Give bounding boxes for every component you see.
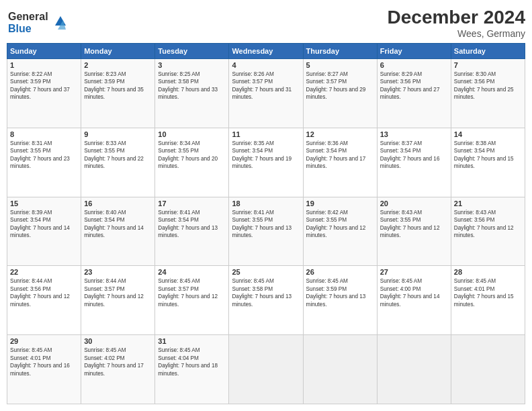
calendar-week-4: 22 Sunrise: 8:44 AMSunset: 3:56 PMDaylig…	[7, 266, 525, 335]
cell-info: Sunrise: 8:31 AMSunset: 3:55 PMDaylight:…	[10, 140, 70, 169]
cell-info: Sunrise: 8:40 AMSunset: 3:54 PMDaylight:…	[84, 210, 144, 238]
day-number: 22	[10, 268, 78, 276]
col-friday: Friday	[377, 44, 451, 59]
cell-info: Sunrise: 8:43 AMSunset: 3:55 PMDaylight:…	[380, 210, 440, 238]
day-number: 11	[232, 130, 300, 138]
calendar-cell: 2 Sunrise: 8:23 AMSunset: 3:59 PMDayligh…	[81, 59, 155, 128]
calendar-cell: 7 Sunrise: 8:30 AMSunset: 3:56 PMDayligh…	[451, 59, 525, 128]
calendar-cell	[229, 335, 303, 404]
header: General Blue December 2024 Wees, Germany	[7, 7, 525, 39]
cell-info: Sunrise: 8:43 AMSunset: 3:56 PMDaylight:…	[454, 210, 514, 238]
calendar-cell: 8 Sunrise: 8:31 AMSunset: 3:55 PMDayligh…	[7, 128, 81, 197]
calendar-cell: 26 Sunrise: 8:45 AMSunset: 3:59 PMDaylig…	[303, 266, 377, 335]
cell-info: Sunrise: 8:45 AMSunset: 4:01 PMDaylight:…	[454, 278, 514, 307]
day-number: 28	[454, 268, 522, 276]
calendar-week-3: 15 Sunrise: 8:39 AMSunset: 3:54 PMDaylig…	[7, 197, 525, 266]
day-number: 21	[454, 199, 522, 208]
logo: General Blue	[7, 7, 67, 38]
cell-info: Sunrise: 8:44 AMSunset: 3:56 PMDaylight:…	[10, 278, 70, 307]
cell-info: Sunrise: 8:42 AMSunset: 3:55 PMDaylight:…	[306, 210, 366, 238]
month-title: December 2024	[388, 7, 525, 28]
day-number: 2	[84, 61, 152, 69]
day-number: 13	[380, 130, 448, 138]
cell-info: Sunrise: 8:36 AMSunset: 3:54 PMDaylight:…	[306, 140, 366, 169]
day-number: 4	[232, 61, 300, 69]
day-number: 16	[84, 199, 152, 208]
day-number: 31	[158, 337, 226, 345]
calendar-cell: 19 Sunrise: 8:42 AMSunset: 3:55 PMDaylig…	[303, 197, 377, 266]
cell-info: Sunrise: 8:45 AMSunset: 3:59 PMDaylight:…	[306, 278, 366, 307]
cell-info: Sunrise: 8:41 AMSunset: 3:55 PMDaylight:…	[232, 210, 292, 238]
calendar-cell: 9 Sunrise: 8:33 AMSunset: 3:55 PMDayligh…	[81, 128, 155, 197]
day-number: 25	[232, 268, 300, 276]
calendar-cell	[303, 335, 377, 404]
calendar-table: Sunday Monday Tuesday Wednesday Thursday…	[7, 43, 525, 404]
calendar-cell: 20 Sunrise: 8:43 AMSunset: 3:55 PMDaylig…	[377, 197, 451, 266]
calendar-cell: 4 Sunrise: 8:26 AMSunset: 3:57 PMDayligh…	[229, 59, 303, 128]
col-tuesday: Tuesday	[155, 44, 229, 59]
cell-info: Sunrise: 8:38 AMSunset: 3:54 PMDaylight:…	[454, 140, 514, 169]
calendar-cell: 3 Sunrise: 8:25 AMSunset: 3:58 PMDayligh…	[155, 59, 229, 128]
day-number: 14	[454, 130, 522, 138]
day-number: 1	[10, 61, 78, 69]
calendar-cell: 29 Sunrise: 8:45 AMSunset: 4:01 PMDaylig…	[7, 335, 81, 404]
cell-info: Sunrise: 8:45 AMSunset: 4:02 PMDaylight:…	[84, 347, 144, 376]
cell-info: Sunrise: 8:39 AMSunset: 3:54 PMDaylight:…	[10, 210, 70, 238]
calendar-cell	[377, 335, 451, 404]
cell-info: Sunrise: 8:45 AMSunset: 3:58 PMDaylight:…	[232, 278, 292, 307]
cell-info: Sunrise: 8:30 AMSunset: 3:56 PMDaylight:…	[454, 71, 514, 100]
page: General Blue December 2024 Wees, Germany…	[0, 0, 532, 411]
col-monday: Monday	[81, 44, 155, 59]
day-number: 8	[10, 130, 78, 138]
day-number: 9	[84, 130, 152, 138]
calendar-cell: 6 Sunrise: 8:29 AMSunset: 3:56 PMDayligh…	[377, 59, 451, 128]
calendar-cell: 12 Sunrise: 8:36 AMSunset: 3:54 PMDaylig…	[303, 128, 377, 197]
calendar-cell: 28 Sunrise: 8:45 AMSunset: 4:01 PMDaylig…	[451, 266, 525, 335]
title-block: December 2024 Wees, Germany	[388, 7, 525, 39]
day-number: 17	[158, 199, 226, 208]
col-thursday: Thursday	[303, 44, 377, 59]
calendar-cell: 21 Sunrise: 8:43 AMSunset: 3:56 PMDaylig…	[451, 197, 525, 266]
header-row: Sunday Monday Tuesday Wednesday Thursday…	[7, 44, 525, 59]
calendar-cell: 11 Sunrise: 8:35 AMSunset: 3:54 PMDaylig…	[229, 128, 303, 197]
location: Wees, Germany	[388, 28, 525, 39]
day-number: 18	[232, 199, 300, 208]
cell-info: Sunrise: 8:33 AMSunset: 3:55 PMDaylight:…	[84, 140, 144, 169]
day-number: 20	[380, 199, 448, 208]
calendar-cell: 10 Sunrise: 8:34 AMSunset: 3:55 PMDaylig…	[155, 128, 229, 197]
calendar-cell: 18 Sunrise: 8:41 AMSunset: 3:55 PMDaylig…	[229, 197, 303, 266]
cell-info: Sunrise: 8:27 AMSunset: 3:57 PMDaylight:…	[306, 71, 366, 100]
cell-info: Sunrise: 8:44 AMSunset: 3:57 PMDaylight:…	[84, 278, 144, 307]
cell-info: Sunrise: 8:26 AMSunset: 3:57 PMDaylight:…	[232, 71, 292, 100]
day-number: 26	[306, 268, 374, 276]
day-number: 5	[306, 61, 374, 69]
day-number: 24	[158, 268, 226, 276]
calendar-cell: 1 Sunrise: 8:22 AMSunset: 3:59 PMDayligh…	[7, 59, 81, 128]
col-saturday: Saturday	[451, 44, 525, 59]
cell-info: Sunrise: 8:37 AMSunset: 3:54 PMDaylight:…	[380, 140, 440, 169]
calendar-week-5: 29 Sunrise: 8:45 AMSunset: 4:01 PMDaylig…	[7, 335, 525, 404]
day-number: 6	[380, 61, 448, 69]
calendar-cell: 5 Sunrise: 8:27 AMSunset: 3:57 PMDayligh…	[303, 59, 377, 128]
day-number: 27	[380, 268, 448, 276]
day-number: 29	[10, 337, 78, 345]
calendar-cell: 14 Sunrise: 8:38 AMSunset: 3:54 PMDaylig…	[451, 128, 525, 197]
calendar-cell: 17 Sunrise: 8:41 AMSunset: 3:54 PMDaylig…	[155, 197, 229, 266]
day-number: 12	[306, 130, 374, 138]
calendar-cell: 25 Sunrise: 8:45 AMSunset: 3:58 PMDaylig…	[229, 266, 303, 335]
calendar-week-1: 1 Sunrise: 8:22 AMSunset: 3:59 PMDayligh…	[7, 59, 525, 128]
cell-info: Sunrise: 8:29 AMSunset: 3:56 PMDaylight:…	[380, 71, 440, 100]
calendar-cell: 23 Sunrise: 8:44 AMSunset: 3:57 PMDaylig…	[81, 266, 155, 335]
cell-info: Sunrise: 8:45 AMSunset: 4:01 PMDaylight:…	[10, 347, 70, 376]
cell-info: Sunrise: 8:23 AMSunset: 3:59 PMDaylight:…	[84, 71, 144, 100]
calendar-cell: 27 Sunrise: 8:45 AMSunset: 4:00 PMDaylig…	[377, 266, 451, 335]
day-number: 3	[158, 61, 226, 69]
calendar-cell: 30 Sunrise: 8:45 AMSunset: 4:02 PMDaylig…	[81, 335, 155, 404]
cell-info: Sunrise: 8:45 AMSunset: 4:00 PMDaylight:…	[380, 278, 440, 307]
cell-info: Sunrise: 8:45 AMSunset: 4:04 PMDaylight:…	[158, 347, 218, 376]
day-number: 23	[84, 268, 152, 276]
day-number: 30	[84, 337, 152, 345]
calendar-cell: 22 Sunrise: 8:44 AMSunset: 3:56 PMDaylig…	[7, 266, 81, 335]
calendar-cell: 31 Sunrise: 8:45 AMSunset: 4:04 PMDaylig…	[155, 335, 229, 404]
calendar-cell	[451, 335, 525, 404]
